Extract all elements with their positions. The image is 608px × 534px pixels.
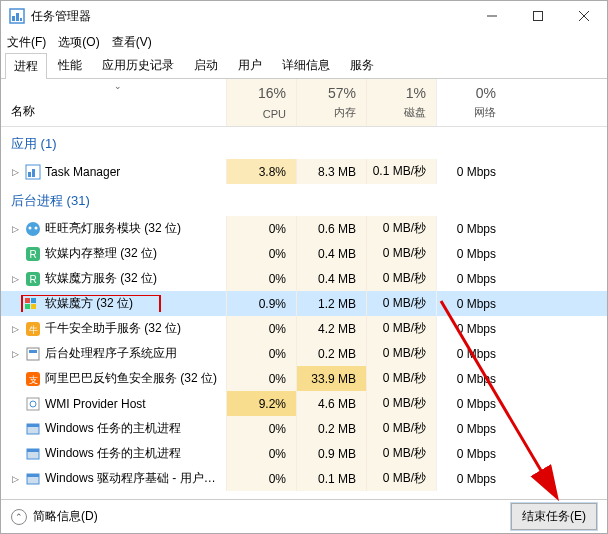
process-icon (25, 296, 41, 312)
process-row[interactable]: ▷软媒魔方 (32 位)0.9%1.2 MB0 MB/秒0 Mbps (1, 291, 607, 316)
svg-rect-20 (25, 304, 30, 309)
cpu-cell: 0% (226, 216, 296, 241)
process-name: 旺旺亮灯服务模块 (32 位) (45, 220, 181, 237)
header-cpu[interactable]: 16%CPU (226, 79, 296, 126)
expand-icon[interactable]: ▷ (9, 274, 21, 284)
process-group-header[interactable]: 应用 (1) (1, 127, 607, 159)
cpu-cell: 0% (226, 441, 296, 466)
process-group-header[interactable]: 后台进程 (31) (1, 184, 607, 216)
process-icon (25, 421, 41, 437)
process-row[interactable]: ▷WMI Provider Host9.2%4.6 MB0 MB/秒0 Mbps (1, 391, 607, 416)
tab-services[interactable]: 服务 (341, 52, 383, 78)
network-cell: 0 Mbps (436, 341, 506, 366)
cpu-cell: 0% (226, 266, 296, 291)
tab-details[interactable]: 详细信息 (273, 52, 339, 78)
tab-bar: 进程 性能 应用历史记录 启动 用户 详细信息 服务 (1, 53, 607, 79)
svg-rect-35 (27, 474, 39, 477)
memory-cell: 0.6 MB (296, 216, 366, 241)
cpu-cell: 0% (226, 341, 296, 366)
process-name-cell: ▷旺旺亮灯服务模块 (32 位) (1, 220, 226, 237)
network-cell: 0 Mbps (436, 159, 506, 184)
header-memory[interactable]: 57%内存 (296, 79, 366, 126)
expand-icon[interactable]: ▷ (9, 349, 21, 359)
network-cell: 0 Mbps (436, 391, 506, 416)
tab-startup[interactable]: 启动 (185, 52, 227, 78)
process-row[interactable]: ▷R软媒魔方服务 (32 位)0%0.4 MB0 MB/秒0 Mbps (1, 266, 607, 291)
process-name-cell: ▷Windows 任务的主机进程 (1, 445, 226, 462)
process-row[interactable]: ▷Windows 驱动程序基础 - 用户…0%0.1 MB0 MB/秒0 Mbp… (1, 466, 607, 491)
header-name[interactable]: ⌄ 名称 (1, 79, 226, 126)
menu-options[interactable]: 选项(O) (58, 34, 99, 51)
tab-app-history[interactable]: 应用历史记录 (93, 52, 183, 78)
process-icon: R (25, 246, 41, 262)
expand-icon[interactable]: ▷ (9, 474, 21, 484)
memory-cell: 0.2 MB (296, 416, 366, 441)
cpu-cell: 3.8% (226, 159, 296, 184)
process-name: Windows 任务的主机进程 (45, 420, 181, 437)
process-row[interactable]: ▷R软媒内存整理 (32 位)0%0.4 MB0 MB/秒0 Mbps (1, 241, 607, 266)
svg-rect-2 (16, 13, 19, 21)
memory-cell: 33.9 MB (296, 366, 366, 391)
network-cell: 0 Mbps (436, 441, 506, 466)
disk-cell: 0.1 MB/秒 (366, 159, 436, 184)
cpu-cell: 0% (226, 466, 296, 491)
tab-performance[interactable]: 性能 (49, 52, 91, 78)
svg-rect-21 (31, 304, 36, 309)
disk-cell: 0 MB/秒 (366, 441, 436, 466)
process-name: 阿里巴巴反钓鱼安全服务 (32 位) (45, 370, 217, 387)
maximize-button[interactable] (515, 1, 561, 31)
process-row[interactable]: ▷Task Manager3.8%8.3 MB0.1 MB/秒0 Mbps (1, 159, 607, 184)
process-name-cell: ▷软媒魔方 (32 位) (1, 295, 226, 312)
process-row[interactable]: ▷Windows 任务的主机进程0%0.2 MB0 MB/秒0 Mbps (1, 416, 607, 441)
titlebar[interactable]: 任务管理器 (1, 1, 607, 31)
process-row[interactable]: ▷后台处理程序子系统应用0%0.2 MB0 MB/秒0 Mbps (1, 341, 607, 366)
process-row[interactable]: ▷支阿里巴巴反钓鱼安全服务 (32 位)0%33.9 MB0 MB/秒0 Mbp… (1, 366, 607, 391)
svg-text:R: R (29, 274, 36, 285)
chevron-up-icon: ⌃ (11, 509, 27, 525)
disk-cell: 0 MB/秒 (366, 391, 436, 416)
process-row[interactable]: ▷Windows 任务的主机进程0%0.9 MB0 MB/秒0 Mbps (1, 441, 607, 466)
process-name: WMI Provider Host (45, 397, 146, 411)
cpu-cell: 9.2% (226, 391, 296, 416)
svg-rect-28 (27, 398, 39, 410)
process-name: Windows 驱动程序基础 - 用户… (45, 470, 216, 487)
cpu-cell: 0% (226, 366, 296, 391)
expand-icon[interactable]: ▷ (9, 224, 21, 234)
svg-text:支: 支 (29, 375, 38, 385)
sort-indicator-icon: ⌄ (114, 81, 122, 91)
menubar: 文件(F) 选项(O) 查看(V) (1, 31, 607, 53)
expand-icon[interactable]: ▷ (9, 324, 21, 334)
svg-rect-25 (29, 350, 37, 353)
svg-point-12 (29, 226, 32, 229)
svg-rect-33 (27, 449, 39, 452)
svg-rect-19 (31, 298, 36, 303)
process-name-cell: ▷后台处理程序子系统应用 (1, 345, 226, 362)
disk-cell: 0 MB/秒 (366, 216, 436, 241)
end-task-button[interactable]: 结束任务(E) (511, 503, 597, 530)
process-row[interactable]: ▷旺旺亮灯服务模块 (32 位)0%0.6 MB0 MB/秒0 Mbps (1, 216, 607, 241)
process-icon: 支 (25, 371, 41, 387)
tab-processes[interactable]: 进程 (5, 53, 47, 79)
minimize-button[interactable] (469, 1, 515, 31)
process-row[interactable]: ▷牛千牛安全助手服务 (32 位)0%4.2 MB0 MB/秒0 Mbps (1, 316, 607, 341)
process-name-cell: ▷Task Manager (1, 164, 226, 180)
process-icon (25, 396, 41, 412)
close-button[interactable] (561, 1, 607, 31)
disk-cell: 0 MB/秒 (366, 291, 436, 316)
header-network[interactable]: 0%网络 (436, 79, 506, 126)
svg-point-11 (26, 222, 40, 236)
network-cell: 0 Mbps (436, 316, 506, 341)
menu-view[interactable]: 查看(V) (112, 34, 152, 51)
process-list[interactable]: 应用 (1)▷Task Manager3.8%8.3 MB0.1 MB/秒0 M… (1, 127, 607, 499)
process-name-cell: ▷R软媒内存整理 (32 位) (1, 245, 226, 262)
tab-users[interactable]: 用户 (229, 52, 271, 78)
memory-cell: 0.9 MB (296, 441, 366, 466)
task-manager-window: 任务管理器 文件(F) 选项(O) 查看(V) 进程 性能 应用历史记录 启动 … (0, 0, 608, 534)
expand-icon[interactable]: ▷ (9, 167, 21, 177)
header-disk[interactable]: 1%磁盘 (366, 79, 436, 126)
network-cell: 0 Mbps (436, 291, 506, 316)
footer: ⌃ 简略信息(D) 结束任务(E) (1, 499, 607, 533)
process-name: Windows 任务的主机进程 (45, 445, 181, 462)
fewer-details-button[interactable]: ⌃ 简略信息(D) (11, 508, 98, 525)
menu-file[interactable]: 文件(F) (7, 34, 46, 51)
